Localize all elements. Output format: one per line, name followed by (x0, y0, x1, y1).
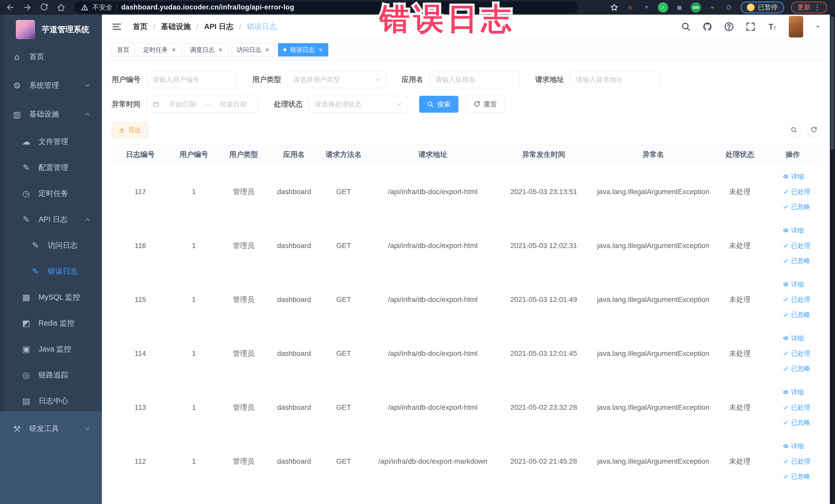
sidebar-item-配置管理[interactable]: ✎配置管理 (0, 155, 102, 181)
action-详细[interactable]: 详细 (783, 388, 804, 397)
sidebar-item-文件管理[interactable]: ☁文件管理 (0, 129, 102, 155)
processed-check-icon (783, 350, 789, 356)
request-url-field[interactable] (570, 71, 660, 88)
browser-menu-dots-icon[interactable]: ⋮ (814, 3, 821, 12)
action-详细[interactable]: 详细 (783, 172, 804, 181)
sidebar-item-系统管理[interactable]: ⚙系统管理 (0, 71, 102, 100)
action-已忽略[interactable]: 已忽略 (783, 310, 810, 319)
sidebar-item-错误日志[interactable]: ✎错误日志 (0, 258, 102, 284)
window-scrollbar[interactable] (830, 15, 835, 504)
ext-leaf-green-icon[interactable]: ❧ (707, 2, 717, 13)
sidebar-item-研发工具[interactable]: ⚒研发工具 (0, 416, 102, 442)
end-date-placeholder[interactable]: 结束日期 (214, 100, 252, 109)
user-type-select-input[interactable] (293, 76, 373, 84)
ext-puzzle-icon[interactable]: ⬡ (724, 2, 734, 13)
sidebar-item-访问日志[interactable]: ✎访问日志 (0, 233, 102, 258)
sidebar-item-Redis 监控[interactable]: ◩Redis 监控 (0, 310, 102, 336)
action-已忽略[interactable]: 已忽略 (783, 418, 810, 427)
help-icon[interactable] (724, 22, 734, 32)
action-label: 已处理 (791, 403, 810, 411)
tab-定时任务[interactable]: 定时任务 (138, 43, 182, 57)
user-type-select[interactable] (287, 71, 386, 88)
sidebar-item-基础设施[interactable]: ▥基础设施 (0, 100, 102, 129)
action-已处理[interactable]: 已处理 (783, 457, 810, 465)
process-status-select[interactable] (309, 96, 408, 113)
app-name-field[interactable] (429, 71, 520, 88)
method-cell: GET (320, 349, 368, 358)
ext-ring-orange-icon[interactable]: ◎ (625, 2, 635, 13)
action-已忽略[interactable]: 已忽略 (783, 472, 810, 481)
action-已忽略[interactable]: 已忽略 (783, 257, 810, 265)
sidebar-item-链路追踪[interactable]: ◎链路追踪 (0, 362, 102, 388)
update-badge[interactable]: 更新 ⋮ (791, 2, 827, 13)
sidebar-item-MySQL 监控[interactable]: ▦MySQL 监控 (0, 284, 102, 310)
breadcrumb-home[interactable]: 首页 (133, 22, 148, 32)
toggle-search-icon-button[interactable] (787, 123, 801, 137)
breadcrumb-api-log[interactable]: API 日志 (204, 22, 233, 32)
ext-on-switch-icon[interactable]: on (691, 2, 701, 13)
close-icon[interactable] (218, 47, 223, 52)
url-text[interactable]: dashboard.yudao.iocoder.cn/infra/log/api… (121, 3, 294, 11)
close-icon[interactable] (318, 47, 323, 52)
tab-首页[interactable]: 首页 (111, 43, 135, 57)
ext-shield-blue-icon[interactable]: ▼ (641, 2, 652, 13)
action-已忽略[interactable]: 已忽略 (783, 364, 810, 373)
sidebar-item-首页[interactable]: ⌂首页 (0, 42, 102, 71)
action-已处理[interactable]: 已处理 (783, 349, 810, 358)
tab-调度日志[interactable]: 调度日志 (185, 43, 228, 57)
sidebar-item-API 日志[interactable]: ✎API 日志 (0, 206, 102, 233)
search-button[interactable]: 搜索 (419, 96, 459, 113)
app-name-input[interactable] (435, 76, 514, 84)
mysql-icon: ▦ (21, 292, 32, 302)
row-actions-cell: 详细已处理已忽略 (763, 280, 823, 319)
tab-访问日志[interactable]: 访问日志 (231, 43, 275, 57)
bookmark-star-icon[interactable] (610, 3, 618, 12)
user-id-field[interactable] (147, 71, 237, 88)
process-status-select-input[interactable] (315, 100, 394, 108)
sidebar-fold-icon[interactable] (111, 22, 122, 32)
back-icon[interactable] (4, 1, 17, 14)
exception-time-range-picker[interactable]: 开始日期 ~ 结束日期 (147, 96, 259, 113)
paused-badge[interactable]: 已暂停 (740, 2, 784, 13)
address-bar[interactable]: 不安全 dashboard.yudao.iocoder.cn/infra/log… (75, 2, 577, 13)
row-actions-cell: 详细已处理已忽略 (763, 172, 823, 211)
forward-icon[interactable] (21, 1, 34, 14)
fullscreen-icon[interactable] (746, 22, 755, 32)
ext-green-v-icon[interactable]: ✓ (658, 2, 668, 13)
action-已忽略[interactable]: 已忽略 (783, 203, 810, 211)
action-已处理[interactable]: 已处理 (783, 403, 810, 411)
refresh-table-icon-button[interactable] (807, 123, 821, 137)
reset-button[interactable]: 重置 (466, 96, 505, 113)
logo-row[interactable]: 芋道管理系统 (16, 19, 89, 40)
ext-grid-blue-icon[interactable]: ▦ (674, 2, 685, 13)
avatar[interactable] (789, 16, 803, 38)
tab-label: 访问日志 (237, 46, 261, 54)
action-已处理[interactable]: 已处理 (783, 187, 810, 196)
action-详细[interactable]: 详细 (783, 334, 804, 343)
action-已处理[interactable]: 已处理 (783, 295, 810, 304)
tab-错误日志[interactable]: 错误日志 (278, 43, 328, 57)
start-date-placeholder[interactable]: 开始日期 (163, 100, 202, 109)
breadcrumb-infra[interactable]: 基础设施 (161, 22, 191, 32)
process-status-label: 处理状态 (274, 99, 303, 109)
action-详细[interactable]: 详细 (783, 280, 804, 288)
scrollbar-thumb[interactable] (831, 16, 834, 150)
sidebar-item-日志中心[interactable]: ▤日志中心 (0, 388, 102, 414)
reload-icon[interactable] (38, 1, 51, 14)
sidebar-item-Java 监控[interactable]: ▣Java 监控 (0, 336, 102, 362)
search-icon[interactable] (681, 22, 691, 32)
action-详细[interactable]: 详细 (783, 226, 804, 235)
request-url-input[interactable] (576, 76, 655, 84)
action-详细[interactable]: 详细 (783, 442, 804, 450)
export-button[interactable]: 导出 (111, 122, 148, 137)
close-icon[interactable] (265, 47, 269, 52)
exception-name-cell: java.lang.IllegalArgumentException (590, 403, 717, 411)
github-icon[interactable] (702, 22, 712, 32)
close-icon[interactable] (171, 47, 176, 52)
action-已处理[interactable]: 已处理 (783, 241, 810, 250)
chevron-down-icon[interactable] (815, 24, 821, 29)
sidebar-item-定时任务[interactable]: ◷定时任务 (0, 181, 102, 206)
user-id-input[interactable] (152, 76, 231, 84)
home-nav-icon[interactable] (55, 1, 68, 14)
font-size-icon[interactable]: TT (767, 22, 777, 32)
